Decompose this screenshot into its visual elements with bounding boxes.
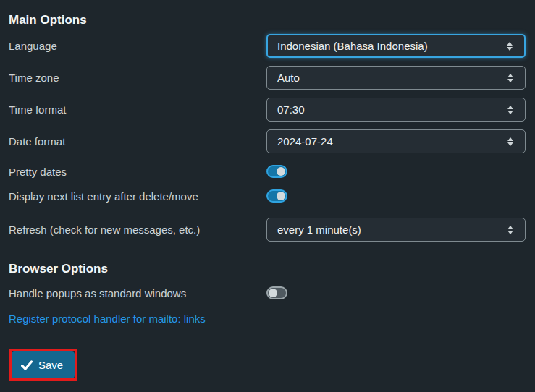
- browser-options-heading: Browser Options: [9, 262, 526, 276]
- pretty-dates-toggle[interactable]: [266, 165, 287, 178]
- language-label: Language: [9, 40, 266, 52]
- timezone-select-value: Auto: [277, 72, 300, 84]
- chevron-updown-icon: [507, 42, 513, 51]
- chevron-updown-icon: [507, 74, 514, 82]
- save-button-label: Save: [38, 359, 63, 371]
- settings-panel: Main Options Language Indonesian (Bahasa…: [0, 13, 535, 381]
- main-options-heading: Main Options: [9, 13, 526, 27]
- chevron-updown-icon: [507, 226, 514, 234]
- date-format-select[interactable]: 2024-07-24: [266, 129, 526, 153]
- refresh-select-value: every 1 minute(s): [277, 223, 361, 236]
- popups-row: Handle popups as standard windows: [9, 284, 526, 302]
- date-format-label: Date format: [9, 135, 266, 148]
- language-select[interactable]: Indonesian (Bahasa Indonesia): [266, 34, 526, 58]
- check-icon: [21, 360, 33, 370]
- language-row: Language Indonesian (Bahasa Indonesia): [9, 34, 526, 58]
- toggle-knob: [269, 289, 277, 297]
- chevron-updown-icon: [507, 106, 514, 114]
- toggle-knob: [277, 192, 285, 200]
- chevron-updown-icon: [507, 137, 514, 146]
- toggle-knob: [277, 167, 285, 176]
- save-button[interactable]: Save: [12, 351, 75, 378]
- time-format-select[interactable]: 07:30: [266, 98, 526, 122]
- pretty-dates-label: Pretty dates: [9, 166, 266, 178]
- language-select-value: Indonesian (Bahasa Indonesia): [277, 40, 428, 52]
- popups-label: Handle popups as standard windows: [9, 287, 266, 299]
- next-entry-label: Display next list entry after delete/mov…: [9, 190, 266, 203]
- time-format-select-value: 07:30: [277, 103, 305, 116]
- timezone-select[interactable]: Auto: [266, 66, 526, 90]
- timezone-label: Time zone: [9, 72, 266, 84]
- next-entry-row: Display next list entry after delete/mov…: [9, 187, 526, 205]
- mailto-handler-row: Register protocol handler for mailto: li…: [9, 312, 526, 325]
- refresh-label: Refresh (check for new messages, etc.): [9, 223, 266, 236]
- date-format-row: Date format 2024-07-24: [9, 129, 526, 153]
- time-format-label: Time format: [9, 103, 266, 116]
- save-button-highlight: Save: [9, 349, 77, 381]
- time-format-row: Time format 07:30: [9, 98, 526, 122]
- timezone-row: Time zone Auto: [9, 66, 526, 90]
- pretty-dates-row: Pretty dates: [9, 163, 526, 180]
- mailto-handler-link[interactable]: Register protocol handler for mailto: li…: [9, 312, 206, 325]
- date-format-select-value: 2024-07-24: [277, 135, 333, 148]
- popups-toggle[interactable]: [266, 286, 287, 299]
- refresh-row: Refresh (check for new messages, etc.) e…: [9, 218, 526, 242]
- next-entry-toggle[interactable]: [266, 189, 287, 203]
- refresh-select[interactable]: every 1 minute(s): [266, 218, 526, 242]
